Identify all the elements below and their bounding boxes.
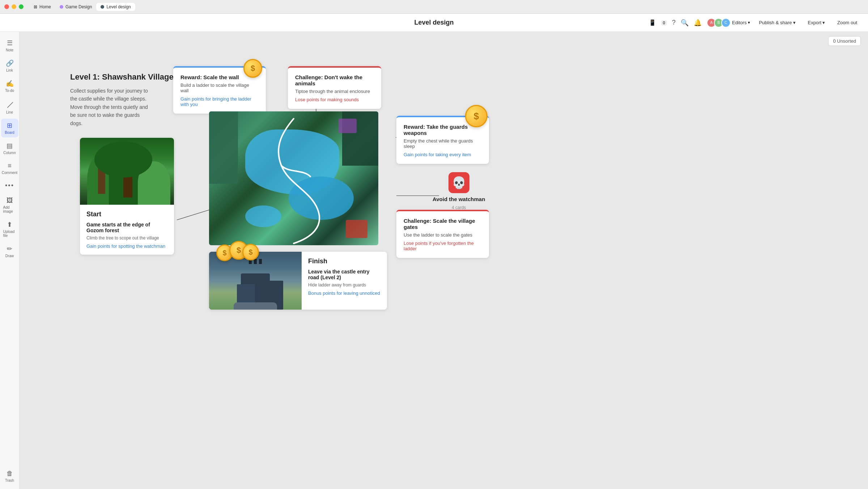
card-reward-weapons[interactable]: $ Reward: Take the guards weapons Empty … — [396, 116, 489, 164]
level-title: Level 1: Shawshank Village — [70, 72, 174, 82]
skull-icon: 💀 — [448, 172, 469, 193]
main-map-image — [209, 111, 378, 245]
draw-icon: ✏ — [7, 245, 12, 253]
sidebar-item-upload[interactable]: ⬆ Upload file — [1, 218, 18, 241]
card-start[interactable]: Start Game starts at the edge of Gozom f… — [80, 138, 174, 255]
topbar-icons: 📱 0 ? 🔍 🔔 — [649, 19, 702, 27]
line-icon: — — [4, 98, 16, 111]
card-challenge-animals[interactable]: Challenge: Don't wake the animals Tiptoe… — [288, 66, 381, 109]
start-title: Start — [86, 211, 167, 218]
editors-group[interactable]: A B C Editors ▾ — [707, 18, 750, 27]
sidebar-item-draw[interactable]: ✏ Draw — [1, 242, 18, 261]
coin-cluster-3: $ — [242, 244, 259, 260]
avatar-3: C — [721, 18, 731, 27]
tab-game-design[interactable]: Game Design — [55, 3, 96, 11]
minimize-button[interactable] — [12, 4, 16, 9]
level-description: Level 1: Shawshank Village Collect suppl… — [70, 72, 174, 127]
sidebar-item-todo[interactable]: ✍ To-do — [1, 77, 18, 95]
unsorted-badge[interactable]: 0 Unsorted — [828, 36, 861, 46]
add-image-icon: 🖼 — [7, 197, 13, 204]
page-title: Level design — [414, 19, 454, 26]
avatar-stack: A B C — [707, 18, 731, 27]
tab-dot-level-design — [101, 5, 104, 9]
publish-share-button[interactable]: Publish & share ▾ — [755, 18, 799, 27]
traffic-lights — [4, 4, 24, 9]
level-desc-text: Collect supplies for your journey to the… — [70, 87, 153, 127]
sidebar: ☰ Note 🔗 Link ✍ To-do — Line ⊞ Board ▤ C… — [0, 32, 20, 489]
finish-title: Finish — [308, 258, 380, 265]
home-icon: ⊠ — [34, 4, 37, 9]
close-button[interactable] — [4, 4, 9, 9]
export-button[interactable]: Export ▾ — [804, 18, 829, 27]
trash-icon: 🗑 — [7, 470, 13, 477]
tab-level-design[interactable]: Level design — [96, 3, 135, 11]
titlebar: ⊠ Home Game Design Level design — [0, 0, 868, 14]
todo-icon: ✍ — [6, 80, 14, 88]
card-challenge-gates[interactable]: Challenge: Scale the village gates Use t… — [396, 210, 489, 258]
card-finish[interactable]: Finish Leave via the castle entry road (… — [209, 252, 387, 310]
maximize-button[interactable] — [19, 4, 24, 9]
column-icon: ▤ — [7, 142, 13, 150]
note-icon: ☰ — [7, 39, 13, 47]
help-icon[interactable]: ? — [672, 19, 676, 26]
search-icon[interactable]: 🔍 — [681, 19, 689, 27]
start-card-content: Start Game starts at the edge of Gozom f… — [80, 205, 174, 255]
sidebar-item-line[interactable]: — Line — [1, 97, 18, 117]
finish-card-area: $ $ $ — [209, 252, 387, 310]
editors-chevron-icon: ▾ — [748, 20, 750, 25]
bell-icon[interactable]: 🔔 — [694, 19, 702, 27]
card-reward-scale-wall[interactable]: $ Reward: Scale the wall Build a ladder … — [173, 66, 266, 114]
zoom-out-button[interactable]: Zoom out — [834, 18, 861, 27]
sidebar-item-column[interactable]: ▤ Column — [1, 139, 18, 158]
sidebar-item-link[interactable]: 🔗 Link — [1, 56, 18, 75]
coin-scale-wall: $ — [243, 59, 262, 78]
skull-card[interactable]: 💀 Avoid the watchman 4 cards — [433, 172, 485, 210]
coin-weapons: $ — [465, 105, 488, 127]
sidebar-item-more[interactable]: ••• — [1, 179, 18, 192]
comment-icon: ≡ — [8, 162, 12, 170]
canvas: 0 Unsorted Level 1: Shawshank Village Co… — [20, 32, 868, 489]
publish-chevron-icon: ▾ — [793, 20, 796, 25]
sidebar-item-note[interactable]: ☰ Note — [1, 36, 18, 55]
sidebar-item-comment[interactable]: ≡ Comment — [1, 159, 18, 178]
sidebar-item-add-image[interactable]: 🖼 Add image — [1, 194, 18, 216]
badge-count: 0 — [661, 20, 667, 25]
link-icon: 🔗 — [6, 59, 14, 67]
topbar-right: 📱 0 ? 🔍 🔔 A B C Editors ▾ Publish & shar… — [649, 18, 861, 27]
tab-dot-game-design — [60, 5, 63, 9]
editors-label: Editors — [732, 20, 746, 25]
sidebar-item-trash[interactable]: 🗑 Trash — [1, 467, 18, 485]
more-icon: ••• — [5, 182, 14, 190]
sidebar-item-board[interactable]: ⊞ Board — [1, 119, 18, 137]
tab-home[interactable]: ⊠ Home — [29, 3, 55, 11]
svg-line-0 — [177, 209, 212, 220]
forest-image — [80, 138, 174, 205]
export-chevron-icon: ▾ — [822, 20, 825, 25]
finish-card-content: Finish Leave via the castle entry road (… — [302, 252, 387, 310]
device-icon[interactable]: 📱 — [649, 19, 656, 26]
board-icon: ⊞ — [7, 122, 12, 129]
topbar: Level design 📱 0 ? 🔍 🔔 A B C Editors ▾ P… — [0, 14, 868, 32]
upload-icon: ⬆ — [7, 221, 12, 229]
